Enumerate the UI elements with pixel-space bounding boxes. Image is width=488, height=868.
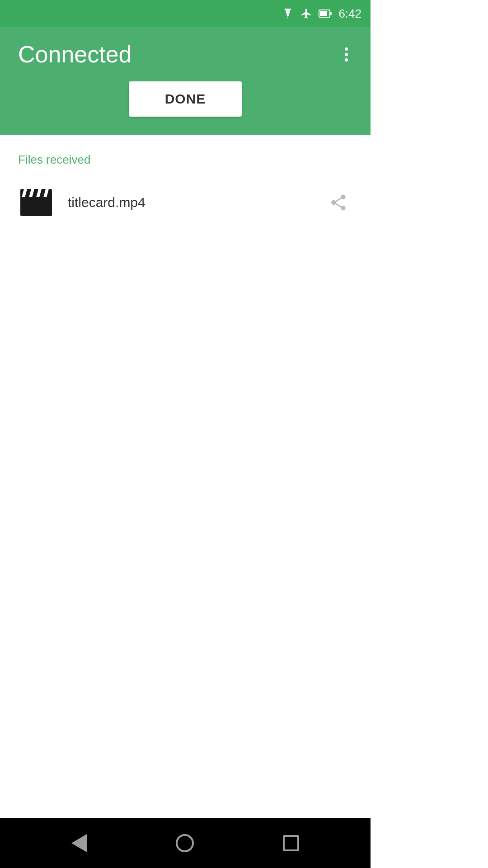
more-menu-dot-3: [345, 58, 348, 61]
more-menu-dot-2: [345, 53, 348, 56]
recents-icon: [283, 835, 299, 851]
file-name: titlecard.mp4: [68, 195, 324, 210]
svg-rect-2: [330, 12, 332, 15]
content-area: Files received titlecard.mp4: [0, 135, 371, 818]
done-button[interactable]: DONE: [129, 81, 242, 117]
status-icons: 6:42: [282, 7, 361, 21]
app-bar-top: Connected: [18, 41, 352, 68]
airplane-icon: [300, 8, 312, 19]
file-icon-container: [18, 187, 54, 218]
app-title: Connected: [18, 41, 132, 68]
status-time: 6:42: [338, 7, 361, 21]
battery-icon: [319, 9, 332, 19]
more-menu-button[interactable]: [340, 43, 352, 66]
back-button[interactable]: [67, 830, 91, 857]
nav-bar: [0, 818, 371, 868]
svg-rect-1: [320, 11, 327, 16]
status-bar: 6:42: [0, 0, 371, 27]
back-icon: [71, 834, 87, 852]
home-icon: [176, 834, 194, 852]
video-file-icon: [20, 189, 52, 216]
share-button[interactable]: [324, 189, 352, 217]
file-list: titlecard.mp4: [0, 176, 371, 229]
svg-rect-3: [20, 195, 52, 216]
file-item: titlecard.mp4: [0, 176, 371, 229]
wifi-icon: [282, 9, 294, 19]
app-bar: Connected DONE: [0, 27, 371, 135]
files-received-label: Files received: [0, 148, 371, 176]
more-menu-dot-1: [345, 47, 348, 51]
recents-button[interactable]: [278, 830, 304, 856]
share-icon: [329, 193, 348, 212]
home-button[interactable]: [171, 830, 198, 857]
